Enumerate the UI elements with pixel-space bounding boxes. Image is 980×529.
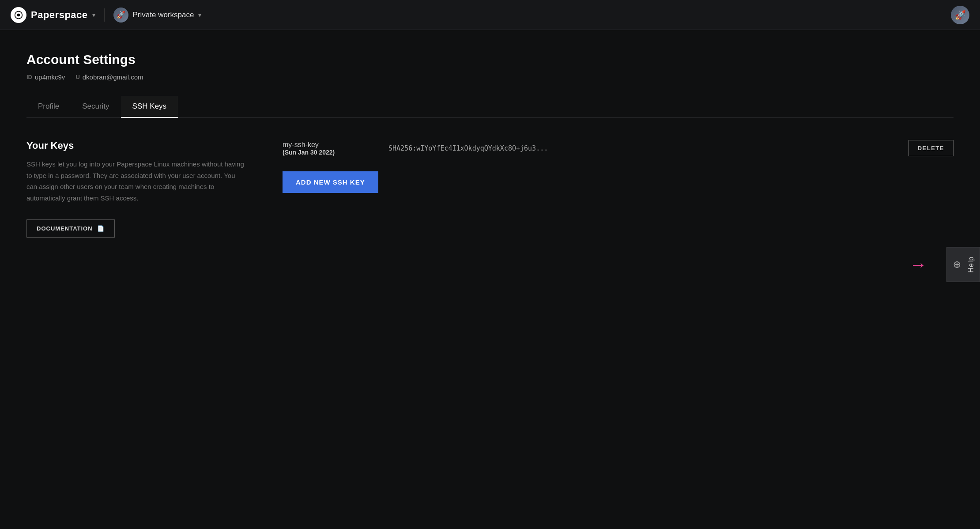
svg-point-1 <box>17 13 20 16</box>
help-button[interactable]: Help ⊕ <box>946 247 980 282</box>
documentation-button[interactable]: DOCUMENTATION 📄 <box>26 219 115 238</box>
tab-ssh-keys[interactable]: SSH Keys <box>121 96 178 118</box>
topbar: Paperspace ▾ 🚀 Private workspace ▾ 🚀 <box>0 0 980 30</box>
ssh-section-heading: Your Keys <box>26 140 247 151</box>
ssh-key-fingerprint: SHA256:wIYoYfEc4I1xOkdyqQYdkXc8O+j6u3... <box>388 144 891 152</box>
meta-user-value: dkobran@gmail.com <box>83 73 143 81</box>
tab-profile[interactable]: Profile <box>26 96 71 118</box>
page-title: Account Settings <box>26 52 954 67</box>
app-name: Paperspace <box>31 9 88 21</box>
ssh-key-name: my-ssh-key <box>283 141 371 149</box>
tabs-nav: Profile Security SSH Keys <box>26 96 954 118</box>
ssh-key-info: my-ssh-key (Sun Jan 30 2022) <box>283 141 371 156</box>
ssh-key-row: my-ssh-key (Sun Jan 30 2022) SHA256:wIYo… <box>283 140 954 156</box>
topbar-left: Paperspace ▾ 🚀 Private workspace ▾ <box>11 7 201 23</box>
logo-area[interactable]: Paperspace ▾ <box>11 7 95 23</box>
topbar-right: 🚀 <box>951 6 969 24</box>
ssh-keys-panel: my-ssh-key (Sun Jan 30 2022) SHA256:wIYo… <box>283 140 954 193</box>
main-content: Account Settings ID up4mkc9v U dkobran@g… <box>0 30 980 277</box>
user-avatar[interactable]: 🚀 <box>951 6 969 24</box>
ssh-section-description: SSH keys let you log into your Paperspac… <box>26 159 247 204</box>
meta-id-item: ID up4mkc9v <box>26 73 65 81</box>
nav-divider <box>104 8 105 22</box>
ssh-description: Your Keys SSH keys let you log into your… <box>26 140 247 238</box>
help-button-inner: Help ⊕ <box>951 257 975 273</box>
delete-key-button[interactable]: DELETE <box>908 140 954 156</box>
paperspace-logo-icon <box>11 7 26 23</box>
document-icon: 📄 <box>97 225 105 232</box>
ssh-keys-content: Your Keys SSH keys let you log into your… <box>26 118 954 260</box>
help-icon: ⊕ <box>951 261 963 268</box>
tab-security[interactable]: Security <box>71 96 121 118</box>
arrow-indicator: → <box>909 255 927 275</box>
workspace-avatar: 🚀 <box>113 8 128 23</box>
meta-id-label: ID <box>26 74 32 80</box>
workspace-selector[interactable]: 🚀 Private workspace ▾ <box>113 8 202 23</box>
meta-user-item: U dkobran@gmail.com <box>75 73 143 81</box>
account-meta: ID up4mkc9v U dkobran@gmail.com <box>26 73 954 81</box>
meta-user-label: U <box>75 74 79 80</box>
add-ssh-key-button[interactable]: ADD NEW SSH KEY <box>283 171 378 193</box>
workspace-name: Private workspace <box>133 11 194 19</box>
meta-id-value: up4mkc9v <box>35 73 65 81</box>
help-label: Help <box>967 257 975 273</box>
logo-chevron-icon: ▾ <box>92 11 95 19</box>
workspace-chevron-icon: ▾ <box>198 11 201 19</box>
ssh-key-date: (Sun Jan 30 2022) <box>283 149 371 156</box>
